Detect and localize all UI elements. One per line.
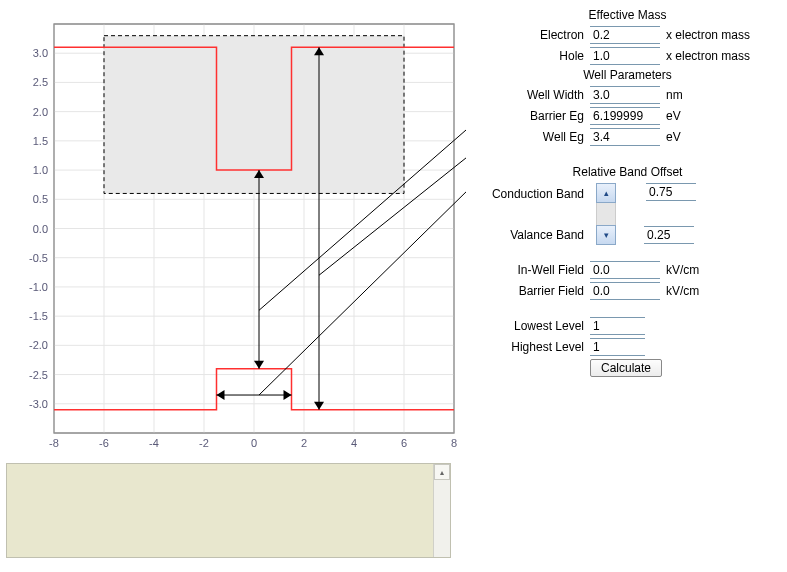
electron-unit: x electron mass [660,28,750,42]
hole-input[interactable] [590,47,660,65]
barrier-field-input[interactable] [590,282,660,300]
valance-band-input[interactable] [644,226,694,244]
highest-level-label: Highest Level [474,340,590,354]
effective-mass-title: Effective Mass [474,8,781,22]
svg-text:6: 6 [401,437,407,449]
inwell-field-input[interactable] [590,261,660,279]
well-eg-input[interactable] [590,128,660,146]
svg-text:4: 4 [351,437,357,449]
lowest-level-label: Lowest Level [474,319,590,333]
chart-area: -8-6-4-202468-3.0-2.5-2.0-1.5-1.0-0.50.0… [6,6,466,461]
scroll-up-button[interactable]: ▴ [434,464,450,480]
hole-unit: x electron mass [660,49,750,63]
svg-text:-2.0: -2.0 [29,339,48,351]
svg-text:-4: -4 [149,437,159,449]
svg-text:2: 2 [301,437,307,449]
highest-level-input[interactable] [590,338,645,356]
well-width-label: Well Width [474,88,590,102]
electron-input[interactable] [590,26,660,44]
svg-text:-3.0: -3.0 [29,398,48,410]
band-diagram-chart: -8-6-4-202468-3.0-2.5-2.0-1.5-1.0-0.50.0… [6,6,466,461]
svg-text:-2: -2 [199,437,209,449]
svg-text:2.5: 2.5 [33,76,48,88]
svg-text:-1.5: -1.5 [29,310,48,322]
log-scrollbar[interactable]: ▴ [433,464,450,557]
calculate-button[interactable]: Calculate [590,359,662,377]
svg-text:1.5: 1.5 [33,135,48,147]
svg-text:2.0: 2.0 [33,106,48,118]
svg-text:0.0: 0.0 [33,223,48,235]
valance-band-label: Valance Band [474,228,590,242]
spinner-track[interactable] [596,203,616,225]
relative-band-offset-title: Relative Band Offset [474,165,781,179]
well-eg-unit: eV [660,130,681,144]
svg-text:3.0: 3.0 [33,47,48,59]
inwell-field-unit: kV/cm [660,263,699,277]
conduction-band-input[interactable] [646,183,696,201]
inwell-field-label: In-Well Field [474,263,590,277]
svg-text:-1.0: -1.0 [29,281,48,293]
well-width-unit: nm [660,88,683,102]
spinner-up-button[interactable]: ▴ [596,183,616,203]
band-offset-spinner[interactable]: ▴ ▾ [596,183,616,245]
svg-text:-0.5: -0.5 [29,252,48,264]
output-log[interactable]: ▴ [6,463,451,558]
lowest-level-input[interactable] [590,317,645,335]
well-eg-label: Well Eg [474,130,590,144]
conduction-band-label: Conduction Band [474,183,590,201]
barrier-field-label: Barrier Field [474,284,590,298]
svg-text:1.0: 1.0 [33,164,48,176]
svg-text:-2.5: -2.5 [29,369,48,381]
svg-text:8: 8 [451,437,457,449]
barrier-eg-input[interactable] [590,107,660,125]
barrier-eg-label: Barrier Eg [474,109,590,123]
parameter-panel: Effective Mass Electron x electron mass … [466,6,781,558]
hole-label: Hole [474,49,590,63]
spinner-down-button[interactable]: ▾ [596,225,616,245]
well-parameters-title: Well Parameters [474,68,781,82]
svg-text:0: 0 [251,437,257,449]
barrier-eg-unit: eV [660,109,681,123]
svg-text:-8: -8 [49,437,59,449]
svg-text:0.5: 0.5 [33,193,48,205]
well-width-input[interactable] [590,86,660,104]
svg-text:-6: -6 [99,437,109,449]
barrier-field-unit: kV/cm [660,284,699,298]
electron-label: Electron [474,28,590,42]
